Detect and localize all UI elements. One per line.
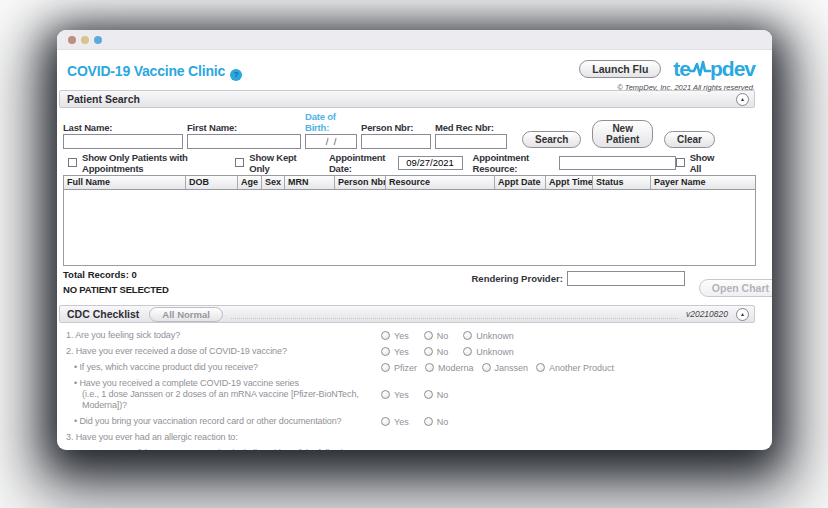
option-yes: Yes bbox=[381, 390, 409, 400]
column-header-status[interactable]: Status bbox=[593, 176, 651, 189]
new-patient-button[interactable]: New Patient bbox=[592, 120, 653, 148]
tempdev-logo: te pdev bbox=[673, 57, 755, 81]
checklist-version: v20210820 bbox=[686, 309, 728, 319]
radio-pfizer[interactable] bbox=[381, 363, 390, 372]
radio-label: Unknown bbox=[476, 331, 514, 341]
last-name-input[interactable] bbox=[63, 134, 183, 149]
med-rec-nbr-input[interactable] bbox=[435, 134, 507, 149]
show-only-appts-checkbox[interactable] bbox=[68, 158, 77, 167]
checklist-question-row: 1. Are you feeling sick today?YesNoUnkno… bbox=[57, 330, 755, 341]
column-header-dob[interactable]: DOB bbox=[186, 176, 238, 189]
column-header-payer-name[interactable]: Payer Name bbox=[651, 176, 755, 189]
window-minimize-dot[interactable] bbox=[81, 36, 89, 44]
person-nbr-input[interactable] bbox=[361, 134, 431, 149]
column-header-resource[interactable]: Resource bbox=[386, 176, 495, 189]
column-header-appt-date[interactable]: Appt Date bbox=[495, 176, 546, 189]
column-header-full-name[interactable]: Full Name bbox=[64, 176, 186, 189]
header-right: Launch Flu te pdev © TempDev, Inc. 2021 … bbox=[579, 57, 755, 92]
option-no: No bbox=[424, 390, 449, 400]
radio-yes[interactable] bbox=[381, 390, 390, 399]
option-yes: Yes bbox=[381, 331, 409, 341]
search-filters-row: Show Only Patients with Appointments Sho… bbox=[63, 155, 755, 170]
radio-janssen[interactable] bbox=[482, 363, 491, 372]
show-only-appts-group: Show Only Patients with Appointments bbox=[68, 152, 213, 174]
question-line: 3. Have you ever had an allergic reactio… bbox=[57, 432, 381, 443]
cdc-checklist-collapse-button[interactable]: ▲ bbox=[736, 308, 749, 321]
window-maximize-dot[interactable] bbox=[94, 36, 102, 44]
launch-flu-button[interactable]: Launch Flu bbox=[579, 60, 661, 78]
open-chart-button[interactable]: Open Chart bbox=[699, 279, 772, 297]
option-janssen: Janssen bbox=[482, 363, 529, 373]
pulse-icon bbox=[689, 59, 711, 79]
show-kept-only-label: Show Kept Only bbox=[249, 152, 302, 174]
option-no: No bbox=[424, 417, 449, 427]
radio-yes[interactable] bbox=[381, 417, 390, 426]
logo-suffix: pdev bbox=[710, 57, 755, 81]
clear-button[interactable]: Clear bbox=[664, 131, 715, 148]
option-unknown: Unknown bbox=[463, 347, 514, 357]
radio-no[interactable] bbox=[424, 417, 433, 426]
dob-field-group: Date of Birth: bbox=[305, 111, 357, 149]
patient-search-form: Last Name: First Name: Date of Birth: Pe… bbox=[57, 108, 772, 297]
option-another-product: Another Product bbox=[536, 363, 614, 373]
appointment-date-label: Appointment Date: bbox=[329, 152, 394, 174]
first-name-input[interactable] bbox=[187, 134, 301, 149]
checklist-question-row: • A component of the COVID-19 vaccine in… bbox=[57, 448, 755, 450]
radio-yes[interactable] bbox=[381, 347, 390, 356]
column-header-age[interactable]: Age bbox=[238, 176, 262, 189]
appointment-resource-input[interactable] bbox=[559, 156, 676, 170]
column-header-person-nbr[interactable]: Person Nbr bbox=[335, 176, 386, 189]
dob-label: Date of Birth: bbox=[305, 111, 357, 133]
all-normal-button[interactable]: All Normal bbox=[149, 307, 223, 322]
radio-no[interactable] bbox=[424, 347, 433, 356]
copyright-text: © TempDev, Inc. 2021 All rights reserved… bbox=[617, 83, 755, 92]
last-name-field-group: Last Name: bbox=[63, 122, 183, 149]
table-header-row: Full NameDOBAgeSexMRNPerson NbrResourceA… bbox=[64, 176, 755, 190]
show-all-checkbox[interactable] bbox=[676, 158, 685, 167]
radio-unknown[interactable] bbox=[463, 347, 472, 356]
checklist-questions: 1. Are you feeling sick today?YesNoUnkno… bbox=[57, 323, 772, 450]
dotted-divider bbox=[231, 310, 678, 319]
radio-another-product[interactable] bbox=[536, 363, 545, 372]
info-icon[interactable]: ? bbox=[230, 69, 242, 81]
search-action-buttons: Search New Patient Clear bbox=[511, 120, 715, 149]
rendering-provider-input[interactable] bbox=[567, 271, 685, 286]
show-only-appts-label: Show Only Patients with Appointments bbox=[82, 152, 213, 174]
question-line: • A component of the COVID-19 vaccine in… bbox=[57, 448, 381, 450]
logo-prefix: te bbox=[673, 57, 690, 81]
question-line: • If yes, which vaccine product did you … bbox=[57, 362, 381, 373]
column-header-appt-time[interactable]: Appt Time bbox=[546, 176, 593, 189]
radio-no[interactable] bbox=[424, 390, 433, 399]
question-text: • Have you received a complete COVID-19 … bbox=[57, 378, 381, 411]
radio-no[interactable] bbox=[424, 331, 433, 340]
question-text: • If yes, which vaccine product did you … bbox=[57, 362, 381, 373]
last-name-label: Last Name: bbox=[63, 122, 183, 133]
appointment-resource-label: Appointment Resource: bbox=[473, 152, 555, 174]
checklist-question-row: • Have you received a complete COVID-19 … bbox=[57, 378, 755, 411]
option-yes: Yes bbox=[381, 417, 409, 427]
results-footer: Total Records: 0 NO PATIENT SELECTED Ren… bbox=[63, 269, 755, 297]
radio-unknown[interactable] bbox=[463, 331, 472, 340]
column-header-mrn[interactable]: MRN bbox=[285, 176, 335, 189]
show-kept-only-checkbox[interactable] bbox=[235, 158, 244, 167]
cdc-checklist-section-bar: CDC Checklist All Normal v20210820 ▲ bbox=[59, 305, 755, 323]
question-text: • Did you bring your vaccination record … bbox=[57, 416, 381, 427]
window-close-dot[interactable] bbox=[68, 36, 76, 44]
option-unknown: Unknown bbox=[463, 331, 514, 341]
radio-moderna[interactable] bbox=[425, 363, 434, 372]
dob-input[interactable] bbox=[305, 134, 357, 149]
patient-search-collapse-button[interactable]: ▲ bbox=[736, 93, 749, 106]
radio-yes[interactable] bbox=[381, 331, 390, 340]
search-button[interactable]: Search bbox=[522, 131, 581, 148]
radio-label: Moderna bbox=[438, 363, 474, 373]
app-window: COVID-19 Vaccine Clinic? Launch Flu te p… bbox=[57, 30, 772, 450]
radio-label: No bbox=[437, 347, 449, 357]
question-line: 2. Have you ever received a dose of COVI… bbox=[57, 346, 381, 357]
table-body[interactable] bbox=[64, 190, 755, 265]
question-line: • Did you bring your vaccination record … bbox=[57, 416, 381, 427]
rendering-provider-label: Rendering Provider: bbox=[472, 273, 563, 284]
question-line: • Have you received a complete COVID-19 … bbox=[57, 378, 381, 389]
column-header-sex[interactable]: Sex bbox=[262, 176, 285, 189]
appointment-date-input[interactable] bbox=[398, 156, 463, 170]
radio-label: Yes bbox=[394, 347, 409, 357]
